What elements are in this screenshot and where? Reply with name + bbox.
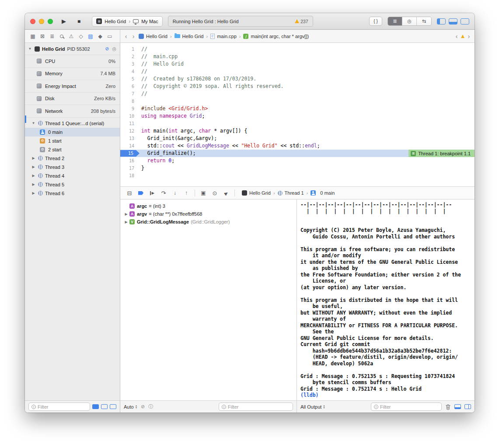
symbols-navigator-icon[interactable]: ≣ (47, 30, 57, 42)
variables-scope-popup[interactable]: Auto (124, 404, 137, 410)
forward-button[interactable] (131, 33, 136, 40)
view-process-mode-icon[interactable] (112, 46, 116, 52)
issues-navigator-icon[interactable]: ⚠ (66, 30, 76, 42)
source-control-navigator-icon[interactable]: ⊠ (38, 30, 47, 42)
line-number[interactable]: 7 (120, 91, 140, 96)
quicklook-icon[interactable] (141, 404, 145, 410)
line-number[interactable]: 16 (120, 158, 140, 163)
debug-bar-crumb[interactable]: Hello Grid (242, 190, 271, 196)
variable-row[interactable]: Aargc = (int) 3 (120, 202, 297, 210)
line-number[interactable]: 3 (120, 62, 140, 66)
info-icon[interactable] (148, 403, 153, 410)
version-editor-button[interactable] (417, 17, 431, 25)
stack-frame-row[interactable]: 1 start (25, 136, 120, 145)
line-number[interactable]: 5 (120, 77, 140, 81)
debug-navigator-icon[interactable]: ▤ (86, 30, 95, 42)
process-row[interactable]: Hello Grid PID 55302 (25, 43, 120, 55)
gauge-row[interactable]: CPU0% (25, 55, 120, 68)
disclosure-icon[interactable] (31, 191, 36, 195)
jumpbar-item[interactable]: main(int argc, char * argv[]) (243, 34, 309, 39)
gauge-row[interactable]: Memory7.4 MB (25, 68, 120, 80)
code-line[interactable]: 2// main.cpp (120, 53, 475, 60)
code-snippet-button[interactable] (369, 17, 382, 26)
scheme-selector[interactable]: Hello Grid My Mac (92, 16, 162, 27)
titlebar[interactable]: Hello Grid My Mac Running Hello Grid : H… (25, 13, 475, 30)
dock-debug-bottom-icon[interactable] (454, 404, 461, 409)
gauge-row[interactable]: Network208 bytes/s (25, 105, 120, 118)
line-number[interactable]: 2 (120, 54, 140, 59)
disclosure-icon[interactable] (124, 212, 129, 216)
thread-row[interactable]: Thread 5 (25, 180, 120, 189)
close-button[interactable] (30, 19, 35, 24)
toggle-debug-area-button[interactable] (449, 18, 457, 24)
code-line[interactable]: 4// (120, 68, 475, 75)
variable-row[interactable]: VGrid::GridLogMessage (Grid::GridLogger) (120, 218, 297, 226)
stack-display-compact-icon[interactable] (92, 404, 99, 409)
project-navigator-icon[interactable]: ▦ (28, 30, 38, 42)
tests-navigator-icon[interactable]: ◇ (76, 30, 86, 42)
continue-icon[interactable] (147, 189, 158, 197)
console-text[interactable]: --|--|--|--|--|--|--|--|--|--|--|--|--|-… (297, 200, 475, 400)
code-line[interactable]: 9#include <Grid/Grid.h> (120, 105, 475, 112)
breakpoint-annotation[interactable]: Thread 1: breakpoint 1.1 (408, 150, 475, 157)
disclosure-icon[interactable] (31, 156, 36, 160)
console-filter-field[interactable]: Filter (371, 402, 442, 411)
code-line[interactable]: 17} (120, 164, 475, 172)
line-number[interactable]: 1 (120, 47, 140, 52)
find-navigator-icon[interactable] (57, 30, 66, 42)
jumpbar-item[interactable]: Hello Grid (139, 34, 167, 39)
line-number[interactable]: 12 (120, 129, 140, 133)
variables-list[interactable]: Aargc = (int) 3Aargv = (char **) 0x7ffee… (120, 200, 297, 400)
code-line[interactable]: 11 (120, 120, 475, 127)
simulate-location-icon[interactable] (220, 189, 232, 197)
disclosure-icon[interactable] (31, 182, 36, 186)
split-console-icon[interactable] (464, 404, 471, 409)
issue-warning-icon[interactable] (461, 35, 464, 38)
line-number[interactable]: 8 (120, 99, 140, 104)
code-line[interactable]: 6// Copyright © 2019 sopa. All rights re… (120, 83, 475, 90)
thread-row[interactable]: Thread 6 (25, 189, 120, 198)
disclosure-icon[interactable] (31, 121, 36, 125)
previous-issue-button[interactable] (454, 33, 459, 40)
stop-button[interactable] (77, 18, 80, 24)
toggle-navigator-button[interactable] (437, 18, 446, 24)
code-line[interactable]: 10using namespace Grid; (120, 112, 475, 120)
line-number[interactable]: 11 (120, 121, 140, 126)
sidebar-filter-field[interactable]: Filter (28, 402, 90, 411)
run-button[interactable] (62, 18, 66, 24)
standard-editor-button[interactable] (388, 17, 402, 25)
code-line[interactable]: 18 (120, 172, 475, 179)
line-number[interactable]: 4 (120, 69, 140, 74)
lldb-prompt[interactable]: (lldb) (300, 392, 475, 399)
line-number[interactable]: 13 (120, 136, 140, 141)
thread-row[interactable]: Thread 2 (25, 154, 120, 163)
breakpoint-indicator[interactable]: 15 (120, 150, 140, 157)
disclosure-icon[interactable] (124, 220, 129, 224)
line-number[interactable]: 14 (120, 144, 140, 148)
code-line[interactable]: 12int main(int argc, char * argv[]) { (120, 127, 475, 135)
disclosure-icon[interactable] (31, 174, 36, 178)
disclosure-icon[interactable] (28, 47, 32, 51)
stack-frame-row[interactable]: 2 start (25, 145, 120, 154)
gauge-row[interactable]: DiskZero KB/s (25, 93, 120, 105)
variables-filter-field[interactable]: Filter (219, 402, 293, 411)
step-out-icon[interactable] (181, 189, 192, 197)
pause-process-icon[interactable] (105, 46, 109, 52)
variable-row[interactable]: Aargv = (char **) 0x7ffeefbff568 (120, 210, 297, 218)
code-line[interactable]: 5// Created by s1786208 on 17/03/2019. (120, 75, 475, 83)
code-line[interactable]: 7// (120, 90, 475, 98)
clear-console-button[interactable] (445, 404, 451, 410)
view-hierarchy-icon[interactable] (198, 189, 209, 197)
breakpoints-navigator-icon[interactable]: ◆ (95, 30, 105, 42)
toggle-inspector-button[interactable] (461, 18, 469, 24)
code-line[interactable]: 14 std::cout << GridLogMessage << "Hello… (120, 142, 475, 150)
step-into-icon[interactable] (169, 189, 181, 197)
jumpbar-item[interactable]: main.cpp (210, 34, 237, 39)
gauge-row[interactable]: Energy ImpactZero (25, 80, 120, 93)
stack-display-full-icon[interactable] (110, 404, 116, 409)
stack-frame-row[interactable]: 0 main (25, 128, 120, 136)
code-line[interactable]: 13 Grid_init(&argc,&argv); (120, 135, 475, 142)
minimize-button[interactable] (39, 19, 44, 24)
back-button[interactable] (124, 33, 128, 40)
zoom-button[interactable] (48, 19, 53, 24)
